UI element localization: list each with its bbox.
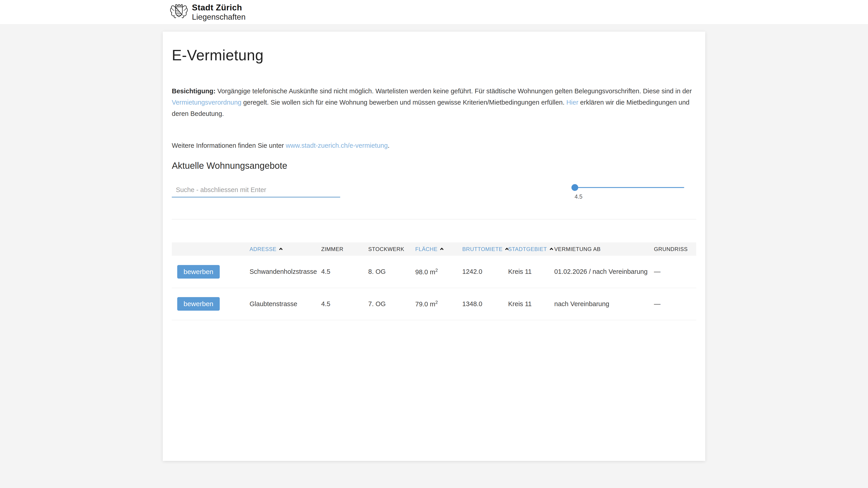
offers-table: ADRESSE ZIMMER STOCKWERK FLÄCHE BRUTTOMI… [172,242,696,320]
cell-vermietung-ab: 01.02.2026 / nach Vereinbarung [554,256,654,288]
brand-text: Stadt Zürich Liegenschaften [192,3,246,21]
slider-handle[interactable] [571,184,578,191]
rooms-slider[interactable]: 4.5 [571,187,689,188]
column-header-bruttomiete[interactable]: BRUTTOMIETE [462,242,508,256]
cell-stockwerk: 7. OG [368,288,415,320]
stadt-zuerich-coat-of-arms-icon [169,3,189,21]
cell-stockwerk: 8. OG [368,256,415,288]
offer-row: bewerben Glaubtenstrasse 4.5 7. OG 79.0 … [172,288,696,320]
column-header-stockwerk[interactable]: STOCKWERK [368,242,415,256]
column-header-grundriss[interactable]: GRUNDRISS [654,242,696,256]
vermietungsverordnung-link[interactable]: Vermietungsverordnung [172,99,241,106]
cell-stadtgebiet: Kreis 11 [508,256,554,288]
sort-asc-icon [440,248,444,251]
cell-bruttomiete: 1348.0 [462,288,508,320]
cell-adresse: Schwandenholzstrasse [250,256,321,288]
slider-track[interactable] [575,187,684,188]
column-header-stadtgebiet[interactable]: STADTGEBIET [508,242,554,256]
bewerben-button[interactable]: bewerben [177,297,220,311]
section-title-wohnungsangebote: Aktuelle Wohnungsangebote [172,161,696,171]
intro-paragraph: Besichtigung: Vorgängige telefonische Au… [172,86,696,119]
brand-logo[interactable]: Stadt Zürich Liegenschaften [169,3,246,21]
cell-stadtgebiet: Kreis 11 [508,288,554,320]
apply-cell: bewerben [172,256,250,288]
cell-flaeche: 79.0 m2 [415,288,462,320]
bewerben-button[interactable]: bewerben [177,265,220,279]
cell-zimmer: 4.5 [321,256,368,288]
intro-text-2: geregelt. Sie wollen sich für eine Wohnu… [241,99,566,106]
offer-row: bewerben Schwandenholzstrasse 4.5 8. OG … [172,256,696,288]
column-header-vermietung-ab[interactable]: VERMIETUNG AB [554,242,654,256]
content-card: E-Vermietung Besichtigung: Vorgängige te… [163,32,705,461]
filter-row: 4.5 [172,180,696,205]
cell-grundriss: — [654,288,696,320]
column-header-zimmer[interactable]: ZIMMER [321,242,368,256]
offers-table-header-row: ADRESSE ZIMMER STOCKWERK FLÄCHE BRUTTOMI… [172,242,696,256]
column-header-flaeche[interactable]: FLÄCHE [415,242,462,256]
cell-zimmer: 4.5 [321,288,368,320]
app-header: Stadt Zürich Liegenschaften [0,0,868,24]
apply-cell: bewerben [172,288,250,320]
cell-vermietung-ab: nach Vereinbarung [554,288,654,320]
more-info-text: Weitere Informationen finden Sie unter [172,142,286,149]
more-info-line: Weitere Informationen finden Sie unter w… [172,142,696,149]
search-input[interactable] [172,180,340,197]
cell-bruttomiete: 1242.0 [462,256,508,288]
cell-grundriss: — [654,256,696,288]
header-cell-empty [172,242,250,256]
slider-value-label: 4.5 [575,193,583,200]
more-info-period: . [388,142,390,149]
sort-asc-icon [279,248,283,251]
cell-flaeche: 98.0 m2 [415,256,462,288]
sort-asc-icon [550,248,553,251]
hier-link[interactable]: Hier [566,99,578,106]
brand-subtitle: Liegenschaften [192,12,246,21]
page-title: E-Vermietung [172,46,696,64]
brand-title: Stadt Zürich [192,3,246,12]
intro-text-1: Vorgängige telefonische Auskünfte sind n… [215,88,692,95]
cell-adresse: Glaubtenstrasse [250,288,321,320]
intro-bold-label: Besichtigung: [172,88,215,95]
column-header-adresse[interactable]: ADRESSE [250,242,321,256]
stadt-zuerich-url-link[interactable]: www.stadt-zuerich.ch/e-vermietung [286,142,388,149]
